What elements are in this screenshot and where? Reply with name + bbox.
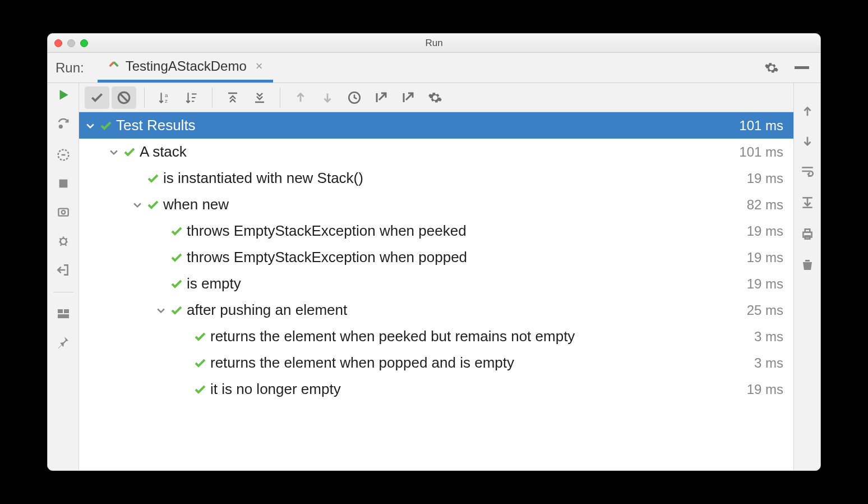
tree-row[interactable]: returns the element when peeked but rema…: [79, 323, 793, 350]
tree-row[interactable]: throws EmptyStackException when popped19…: [79, 244, 793, 271]
pass-check-icon: [170, 224, 187, 238]
tree-node-label: is empty: [187, 275, 747, 292]
pin-icon[interactable]: [57, 335, 70, 349]
test-tree[interactable]: Test Results 101 ms A stack101 msis inst…: [79, 112, 793, 470]
tree-node-time: 82 ms: [747, 197, 783, 213]
left-toolbar: [48, 83, 79, 470]
test-history-icon[interactable]: [342, 86, 367, 109]
debug-icon[interactable]: [56, 233, 71, 248]
next-failed-icon[interactable]: [315, 86, 340, 109]
exit-icon[interactable]: [56, 263, 71, 277]
pass-check-icon: [193, 330, 210, 343]
rerun-failed-icon[interactable]: [56, 147, 71, 163]
collapse-all-icon[interactable]: [247, 86, 272, 109]
toggle-auto-test-icon[interactable]: [56, 117, 71, 132]
show-passed-toggle[interactable]: [85, 86, 109, 109]
run-configuration-tab[interactable]: TestingAStackDemo ×: [98, 53, 273, 83]
tree-row[interactable]: throws EmptyStackException when peeked19…: [79, 218, 793, 244]
pass-check-icon: [170, 251, 187, 264]
svg-rect-0: [795, 66, 809, 69]
prev-failed-icon[interactable]: [288, 86, 313, 109]
run-config-icon: [108, 60, 120, 72]
pass-check-icon: [193, 356, 210, 370]
chevron-down-icon[interactable]: [108, 146, 123, 158]
tree-root-row[interactable]: Test Results 101 ms: [79, 112, 793, 139]
minimize-panel-icon[interactable]: [795, 66, 809, 70]
tree-node-time: 19 ms: [747, 250, 783, 265]
clear-all-icon[interactable]: [801, 258, 814, 272]
sort-duration-icon[interactable]: [179, 86, 204, 109]
scroll-to-end-icon[interactable]: [800, 195, 815, 210]
show-ignored-toggle[interactable]: [112, 86, 136, 109]
svg-rect-15: [805, 229, 810, 232]
tree-node-time: 19 ms: [747, 276, 783, 292]
tree-node-time: 101 ms: [739, 144, 783, 160]
tree-node-label: returns the element when popped and is e…: [210, 354, 754, 372]
pass-check-icon: [146, 172, 163, 185]
tree-node-label: it is no longer empty: [210, 381, 747, 398]
tab-bar: Run: TestingAStackDemo ×: [48, 53, 820, 83]
import-tests-icon[interactable]: [369, 86, 394, 109]
tree-node-label: throws EmptyStackException when popped: [187, 249, 747, 266]
pass-check-icon: [193, 383, 210, 396]
dump-threads-icon[interactable]: [56, 204, 71, 219]
tree-node-label: when new: [163, 196, 747, 213]
tree-node-label: A stack: [140, 143, 739, 161]
tree-node-label: after pushing an element: [187, 301, 747, 319]
tree-node-label: Test Results: [116, 117, 739, 134]
tree-row[interactable]: returns the element when popped and is e…: [79, 350, 793, 376]
sort-alpha-icon[interactable]: az: [153, 86, 177, 109]
scroll-up-icon[interactable]: [801, 106, 814, 118]
chevron-down-icon[interactable]: [155, 305, 170, 316]
chevron-down-icon[interactable]: [85, 120, 99, 131]
tree-row[interactable]: is instantiated with new Stack()19 ms: [79, 165, 793, 191]
soft-wrap-icon[interactable]: [800, 164, 815, 178]
rerun-button[interactable]: [56, 88, 71, 102]
print-icon[interactable]: [800, 227, 815, 241]
tree-row[interactable]: when new82 ms: [79, 191, 793, 218]
test-runner-settings-icon[interactable]: [423, 86, 447, 109]
separator: [280, 88, 280, 108]
tree-node-label: returns the element when peeked but rema…: [210, 328, 754, 345]
tree-row[interactable]: is empty19 ms: [79, 271, 793, 297]
titlebar: Run: [48, 34, 820, 53]
close-tab-button[interactable]: ×: [256, 59, 263, 74]
tree-node-time: 19 ms: [747, 223, 783, 239]
chevron-down-icon[interactable]: [132, 199, 146, 210]
tree-node-time: 19 ms: [747, 171, 783, 186]
window-title: Run: [48, 38, 820, 49]
tree-row[interactable]: A stack101 ms: [79, 139, 793, 165]
pass-check-icon: [170, 277, 187, 291]
layout-icon[interactable]: [57, 307, 70, 320]
tree-node-time: 101 ms: [739, 118, 783, 134]
expand-all-icon[interactable]: [220, 86, 245, 109]
tree-node-time: 25 ms: [747, 303, 783, 318]
scroll-down-icon[interactable]: [801, 135, 814, 147]
svg-rect-17: [805, 260, 810, 262]
svg-rect-4: [58, 209, 68, 216]
settings-icon[interactable]: [764, 61, 779, 75]
pass-check-icon: [146, 198, 163, 212]
tree-node-time: 19 ms: [747, 382, 783, 397]
separator: [144, 88, 145, 108]
pass-check-icon: [123, 145, 140, 159]
export-tests-icon[interactable]: [396, 86, 421, 109]
svg-text:z: z: [165, 97, 168, 103]
svg-point-5: [61, 210, 65, 214]
separator: [53, 292, 73, 292]
run-tool-window: Run Run: TestingAStackDemo ×: [47, 33, 821, 471]
tree-row[interactable]: it is no longer empty19 ms: [79, 376, 793, 402]
content-area: az: [48, 83, 820, 470]
results-toolbar: az: [79, 83, 793, 112]
pass-check-icon: [170, 304, 187, 317]
tree-node-label: is instantiated with new Stack(): [163, 169, 747, 187]
tree-node-label: throws EmptyStackException when peeked: [187, 222, 747, 240]
stop-button[interactable]: [57, 177, 70, 190]
svg-rect-9: [58, 314, 69, 318]
right-toolbar: [793, 83, 820, 470]
tab-label: TestingAStackDemo: [126, 58, 247, 74]
tree-node-time: 3 ms: [754, 329, 783, 345]
tree-row[interactable]: after pushing an element25 ms: [79, 297, 793, 323]
svg-rect-7: [58, 309, 63, 313]
svg-rect-3: [59, 180, 67, 188]
